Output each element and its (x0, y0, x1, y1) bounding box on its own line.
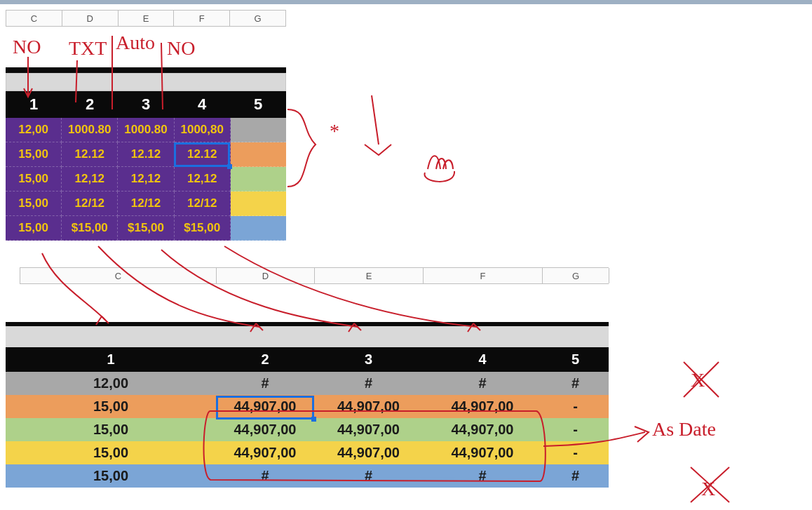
cell[interactable]: # (216, 372, 314, 395)
table-row: 12,00#### (6, 372, 609, 395)
upper-hdr-5: 5 (230, 91, 286, 118)
cell[interactable]: 15,00 (6, 167, 62, 192)
table-row: 15,0044,907,0044,907,0044,907,00- (6, 395, 609, 418)
cell[interactable]: 44,907,00 (314, 395, 423, 418)
col-header-g[interactable]: G (230, 11, 286, 26)
svg-line-3 (691, 467, 729, 502)
cell[interactable]: 12,00 (6, 118, 62, 142)
cell[interactable]: # (216, 464, 314, 488)
col-header-d[interactable]: D (62, 11, 119, 26)
col-header-e[interactable]: E (315, 268, 424, 283)
lower-spreadsheet: C D E F G 1 2 3 4 5 12,00####15,0044,907… (6, 267, 609, 488)
table-row: 15,00$15,00$15,00$15,00 (6, 216, 286, 241)
cell[interactable] (231, 167, 286, 192)
table-row: 12,001000.801000.801000,80 (6, 118, 286, 142)
lower-hdr-5: 5 (542, 347, 609, 372)
lower-hdr-3: 3 (314, 347, 423, 372)
table-row: 15,0012,1212,1212,12 (6, 167, 286, 192)
upper-number-header: 1 2 3 4 5 (6, 91, 286, 118)
cell[interactable]: $15,00 (175, 216, 231, 241)
col-header-c[interactable]: C (6, 11, 62, 26)
upper-column-headers: C D E F G (6, 10, 286, 27)
cell[interactable]: 1000.80 (118, 118, 174, 142)
col-header-e[interactable]: E (119, 11, 175, 26)
cell[interactable]: 12.12 (62, 142, 118, 167)
cell[interactable]: $15,00 (118, 216, 174, 241)
table-row: 15,0012/1212/1212/12 (6, 192, 286, 216)
cell[interactable]: 12,00 (6, 372, 216, 395)
upper-hdr-1: 1 (6, 91, 62, 118)
cell[interactable]: 44,907,00 (216, 418, 314, 441)
upper-gray-strip (6, 73, 286, 91)
cell[interactable]: 15,00 (6, 418, 216, 441)
table-row: 15,00#### (6, 464, 609, 488)
cell[interactable]: 12,12 (118, 167, 174, 192)
cell[interactable]: 44,907,00 (314, 418, 423, 441)
svg-line-2 (691, 467, 729, 502)
upper-hdr-2: 2 (62, 91, 118, 118)
cell[interactable]: 15,00 (6, 142, 62, 167)
cell[interactable] (231, 142, 286, 167)
cell[interactable]: 12/12 (62, 192, 118, 216)
lower-gray-strip (6, 326, 609, 347)
upper-hdr-4: 4 (174, 91, 230, 118)
cell[interactable]: 15,00 (6, 395, 216, 418)
cell[interactable]: - (542, 418, 609, 441)
cell[interactable]: 12/12 (118, 192, 174, 216)
cell[interactable] (231, 118, 286, 142)
col-header-g[interactable]: G (543, 268, 609, 283)
table-row: 15,0044,907,0044,907,0044,907,00- (6, 441, 609, 464)
upper-black-strip (6, 67, 286, 73)
cell[interactable]: 1000,80 (175, 118, 231, 142)
cell[interactable]: 12.12 (175, 142, 231, 167)
cell[interactable]: # (542, 372, 609, 395)
annotation-as-date: As Date (652, 418, 716, 440)
cell[interactable]: 44,907,00 (423, 418, 542, 441)
cell[interactable]: # (314, 372, 423, 395)
table-row: 15,0012.1212.1212.12 (6, 142, 286, 167)
cell[interactable]: 15,00 (6, 441, 216, 464)
upper-hdr-3: 3 (118, 91, 174, 118)
cell[interactable]: 44,907,00 (423, 441, 542, 464)
upper-spreadsheet: C D E F G 1 2 3 4 5 12,001000.801000.801… (6, 10, 286, 241)
lower-hdr-4: 4 (423, 347, 542, 372)
table-row: 15,0044,907,0044,907,0044,907,00- (6, 418, 609, 441)
lower-blank-rows (6, 284, 609, 322)
cell[interactable]: 12/12 (175, 192, 231, 216)
upper-blank-rows (6, 27, 286, 67)
lower-column-headers: C D E F G (20, 267, 609, 284)
cell[interactable]: 15,00 (6, 464, 216, 488)
cell[interactable]: 44,907,00 (216, 395, 314, 418)
col-header-c[interactable]: C (20, 268, 217, 283)
lower-selection-handle[interactable] (311, 417, 316, 422)
cell[interactable]: 12,12 (62, 167, 118, 192)
annotation-star: * (330, 120, 339, 142)
lower-number-header: 1 2 3 4 5 (6, 347, 609, 372)
cell[interactable]: - (542, 395, 609, 418)
cell[interactable]: # (314, 464, 423, 488)
cell[interactable]: 15,00 (6, 192, 62, 216)
svg-line-1 (684, 362, 719, 397)
cell[interactable]: 44,907,00 (314, 441, 423, 464)
cell[interactable]: 12,12 (175, 167, 231, 192)
col-header-f[interactable]: F (424, 268, 543, 283)
cell[interactable]: $15,00 (62, 216, 118, 241)
cell[interactable]: # (423, 464, 542, 488)
cell[interactable]: 1000.80 (62, 118, 118, 142)
cell[interactable]: 15,00 (6, 216, 62, 241)
cell[interactable] (231, 192, 286, 216)
cell[interactable]: # (542, 464, 609, 488)
lower-hdr-1: 1 (6, 347, 216, 372)
cell[interactable]: 44,907,00 (423, 395, 542, 418)
cell[interactable] (231, 216, 286, 241)
cell[interactable]: # (423, 372, 542, 395)
lower-hdr-2: 2 (216, 347, 314, 372)
col-header-f[interactable]: F (174, 11, 230, 26)
cell[interactable]: - (542, 441, 609, 464)
cell[interactable]: 44,907,00 (216, 441, 314, 464)
annotation-x-bot: X (701, 478, 715, 499)
annotation-x-top: X (691, 369, 705, 391)
upper-selection-handle[interactable] (227, 164, 232, 169)
cell[interactable]: 12.12 (118, 142, 174, 167)
col-header-d[interactable]: D (217, 268, 315, 283)
